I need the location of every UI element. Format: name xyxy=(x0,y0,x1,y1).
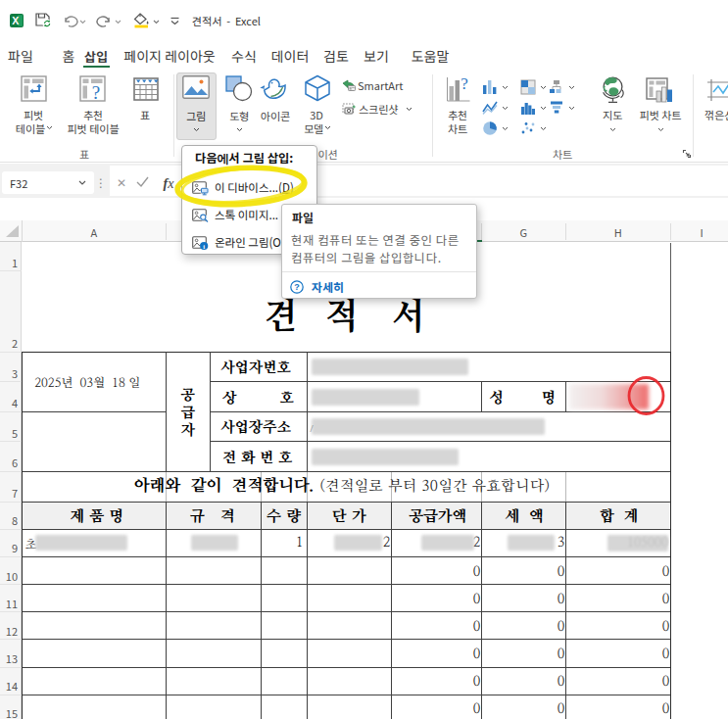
svg-text:?: ? xyxy=(461,74,468,93)
svg-text:X: X xyxy=(12,15,19,26)
svg-text:?: ? xyxy=(92,82,100,103)
svg-text:?: ? xyxy=(294,282,300,292)
svg-text:i: i xyxy=(203,243,205,250)
